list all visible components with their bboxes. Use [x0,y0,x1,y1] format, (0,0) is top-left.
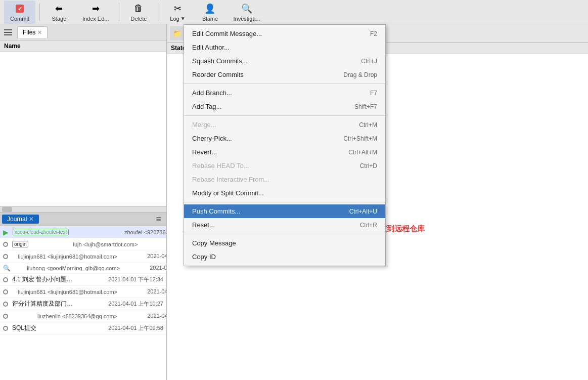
commit-author: liuzhenlin <68239364@qq.com> [16,313,117,319]
menu-item-shortcut-7: Ctrl+Shift+M [343,135,377,142]
commit-message: 评分计算精度及部门副总计算错误问题处理 [12,300,78,308]
delete-button[interactable]: 🗑 Delete [123,1,154,24]
files-tab-bar: Files ✕ [0,24,166,40]
commit-date: 2021-04-01 下午01:18 [121,252,166,260]
blame-button[interactable]: 👤 Blame [195,1,225,24]
scroll-thumb[interactable] [2,207,12,212]
origin-badge: origin [12,241,28,247]
rtb-folder-icon[interactable]: 📁 [170,26,184,40]
menu-item-label-3: Reorder Commits [192,71,244,78]
commit-button[interactable]: ✓ Commit [4,1,35,24]
commit-author: liujinjun681 <liujinjun681@hotmail.com> [16,254,117,260]
log-button[interactable]: ✂ Log ▼ [162,1,193,24]
menu-separator-11 [184,202,385,202]
journal-menu-button[interactable]: ≡ [153,214,164,225]
menu-item-label-4: Add Branch... [192,89,232,97]
journal-row[interactable]: SQL提交2021-04-01 上午09:58 [0,322,166,334]
menu-item-1[interactable]: Edit Author... [184,40,385,54]
menu-item-label-13: Reset... [192,221,215,229]
commit-author: lujh <lujh@smartdot.com> [36,241,138,247]
journal-row[interactable]: 评分计算精度及部门副总计算错误问题处理2021-04-01 上午10:27 [0,298,166,310]
menu-item-shortcut-12: Ctrl+Alt+U [349,208,377,215]
menu-item-14[interactable]: Copy Message [184,236,385,250]
commit-date: 2021-04-01 上午10:31 [121,288,166,295]
investigate-label: Investiga... [233,16,260,22]
journal-row[interactable]: ▶xcoa-cloud-zhoufei-test这是阿饿测试数据，共...zho… [0,226,166,238]
play-icon: ▶ [3,228,9,236]
menu-item-shortcut-6: Ctrl+M [359,121,377,129]
menu-item-label-9: Rebase HEAD To... [192,162,249,170]
menu-item-15[interactable]: Copy ID [184,250,385,264]
menu-item-7[interactable]: Cherry-Pick...Ctrl+Shift+M [184,132,385,145]
files-list[interactable] [0,52,166,206]
commit-dot [3,277,8,282]
journal-tab-bar: Journal ✕ ≡ [0,212,166,226]
menu-item-label-12: Push Commits... [192,207,240,215]
commit-date: 2021-04-01 下午12:34 [124,264,166,272]
menu-item-label-10: Rebase Interactive From... [192,176,269,183]
delete-label: Delete [131,16,147,22]
menu-item-12[interactable]: Push Commits...Ctrl+Alt+U [184,204,385,218]
commit-dot [3,289,8,294]
menu-item-5[interactable]: Add Tag...Shift+F7 [184,100,385,113]
commit-label: Commit [10,16,29,22]
journal-row[interactable]: 4.1 刘宏 督办小问题解决2021-04-01 下午12:34 [0,274,166,286]
journal-row[interactable]: 成本监控平台申请liuzhenlin <68239364@qq.com>2021… [0,310,166,322]
menu-item-shortcut-2: Ctrl+J [361,58,377,65]
commit-icon: ✓ [14,3,26,15]
horizontal-scrollbar[interactable] [0,206,166,212]
journal-row[interactable]: 增加移动端显示字段liujinjun681 <liujinjun681@hotm… [0,286,166,298]
blame-icon: 👤 [204,3,216,15]
menu-item-4[interactable]: Add Branch...F7 [184,86,385,100]
menu-item-9: Rebase HEAD To...Ctrl+D [184,159,385,173]
commit-dot [3,242,8,247]
stage-button[interactable]: ⬅ Stage [44,1,74,24]
branch-badge: xcoa-cloud-zhoufei-test [13,229,69,235]
context-menu: Edit Commit Message...F2Edit Author...Sq… [184,24,386,266]
delete-icon: 🗑 [132,3,145,15]
menu-item-label-2: Squash Commits... [192,57,248,65]
blame-label: Blame [202,16,218,22]
files-header: Name [0,40,166,52]
hamburger-menu[interactable] [2,27,14,37]
toolbar-sep-1 [39,3,40,21]
menu-item-13[interactable]: Reset...Ctrl+R [184,218,385,232]
toolbar-sep-3 [158,3,158,21]
menu-item-11[interactable]: Modify or Split Commit... [184,186,385,200]
menu-item-2[interactable]: Squash Commits...Ctrl+J [184,54,385,68]
commit-date: 2021-04-01 上午09:58 [82,324,163,332]
commit-author: zhoufei <920786312> [77,229,166,235]
menu-item-10: Rebase Interactive From... [184,173,385,186]
files-tab-close[interactable]: ✕ [37,29,42,36]
commit-dot [3,302,8,307]
index-edit-icon: ➡ [89,3,102,15]
journal-row[interactable]: 绩效算分精度调整脚本liujinjun681 <liujinjun681@hot… [0,250,166,263]
investigate-icon: 🔍 [241,3,253,15]
menu-item-6: Merge...Ctrl+M [184,118,385,132]
svg-text:✓: ✓ [17,6,22,12]
journal-row[interactable]: origin定时推送食堂考核，实时推送ES屏蔽绩效模...lujh <lujh@… [0,238,166,250]
index-edit-button[interactable]: ➡ Index Ed... [76,1,115,24]
menu-item-3[interactable]: Reorder CommitsDrag & Drop [184,68,385,81]
commit-dot [3,254,8,259]
journal-tab-close[interactable]: ✕ [29,216,34,223]
journal-row[interactable]: 🔍Merge remote-tracking branch 'origin/xc… [0,263,166,274]
commit-dot [3,326,8,331]
menu-item-label-0: Edit Commit Message... [192,30,262,37]
main-toolbar: ✓ Commit ⬅ Stage ➡ Index Ed... 🗑 Delete … [0,0,588,24]
menu-separator-5 [184,115,385,116]
commit-date: 2021-04-01 下午12:34 [82,276,163,283]
menu-item-shortcut-9: Ctrl+D [360,162,377,170]
investigate-button[interactable]: 🔍 Investiga... [227,1,266,24]
stage-label: Stage [52,16,67,22]
menu-item-label-11: Modify or Split Commit... [192,189,264,197]
menu-item-shortcut-5: Shift+F7 [354,103,377,110]
menu-item-0[interactable]: Edit Commit Message...F2 [184,27,385,40]
menu-separator-13 [184,234,385,234]
menu-item-shortcut-3: Drag & Drop [343,71,377,78]
menu-item-8[interactable]: Revert...Ctrl+Alt+M [184,145,385,159]
journal-tab[interactable]: Journal ✕ [2,215,39,224]
files-tab[interactable]: Files ✕ [17,26,48,38]
commit-message: SQL提交 [12,324,78,332]
journal-list[interactable]: ▶xcoa-cloud-zhoufei-test这是阿饿测试数据，共...zho… [0,226,166,380]
